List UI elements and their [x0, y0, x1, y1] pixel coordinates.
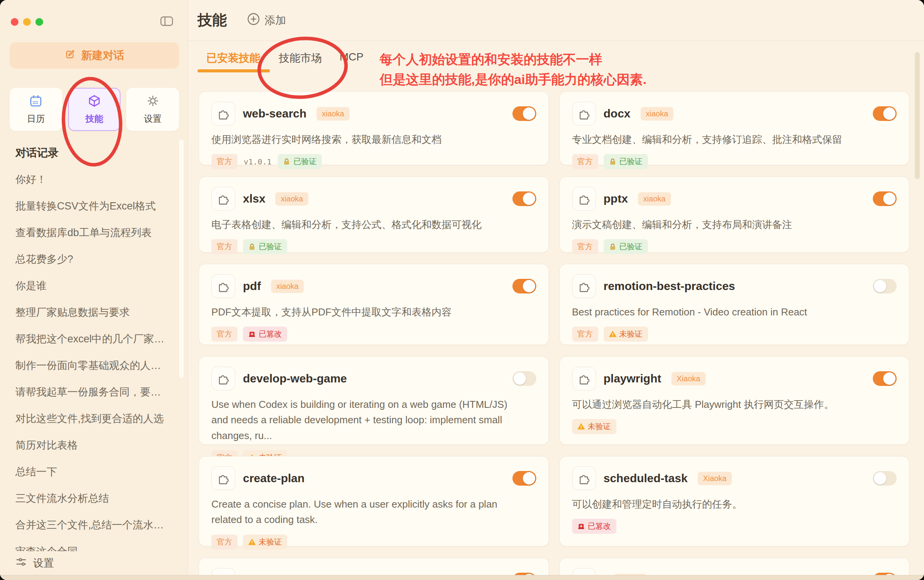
skill-description: Create a concise plan. Use when a user e…: [211, 496, 520, 528]
history-item[interactable]: 批量转换CSV文件为Excel格式: [0, 193, 182, 220]
zoom-window-button[interactable]: [35, 18, 43, 26]
tab-mcp[interactable]: MCP: [340, 51, 363, 63]
history-item[interactable]: 制作一份面向零基础观众的人工智...: [0, 352, 182, 379]
skill-card-playwright[interactable]: playwrightXiaoka可以通过浏览器自动化工具 Playwright …: [559, 356, 910, 445]
puzzle-icon: [572, 187, 596, 211]
brand-badge: xiaoka: [271, 280, 304, 293]
history-item[interactable]: 帮我把这个excel中的几个厂家的...: [0, 326, 182, 352]
history-item[interactable]: 查看数据库db工单与流程列表: [0, 220, 182, 246]
add-skill-button[interactable]: 添加: [247, 13, 286, 28]
history-item[interactable]: 合并这三个文件,总结一个流水分...: [0, 512, 182, 538]
window-bottom-edge: [0, 575, 924, 580]
skill-card-docx[interactable]: docxxiaoka专业文档创建、编辑和分析，支持修订追踪、批注和格式保留官方已…: [559, 91, 910, 165]
skill-card-pptx[interactable]: pptxxiaoka演示文稿创建、编辑和分析，支持布局和演讲备注官方已验证: [559, 176, 910, 253]
lock-icon: [609, 158, 616, 166]
badge-row: 官方已验证: [211, 239, 536, 254]
badge-row: 已篡改: [572, 519, 897, 534]
new-chat-button[interactable]: 新建对话: [10, 42, 179, 69]
tab-installed-skills[interactable]: 已安装技能: [206, 51, 260, 65]
tab-skill-market[interactable]: 技能市场: [279, 51, 322, 65]
badge-label: 已篡改: [588, 521, 611, 531]
lock-icon: [248, 243, 256, 251]
skill-toggle[interactable]: [873, 191, 897, 206]
sidebar-settings-button[interactable]: 设置: [0, 551, 187, 575]
close-window-button[interactable]: [11, 18, 18, 26]
skill-name: pdf: [243, 280, 261, 293]
history-item[interactable]: 三文件流水分析总结: [0, 485, 182, 512]
skill-toggle[interactable]: [873, 106, 897, 121]
toggle-sidebar-icon[interactable]: [160, 15, 174, 27]
badge-label: 官方: [578, 329, 593, 339]
official-badge: 官方: [572, 239, 598, 254]
history-title: 对话记录: [15, 146, 59, 160]
skill-card-remotion-best-practices[interactable]: remotion-best-practicesBest practices fo…: [559, 264, 910, 345]
toggle-knob: [883, 372, 896, 385]
skill-description: 演示文稿创建、编辑和分析，支持布局和演讲备注: [572, 217, 880, 232]
skill-card-pdf[interactable]: pdfxiaokaPDF文本提取，支持从PDF文件中提取文字和表格内容官方已篡改: [199, 264, 549, 345]
badge-row: 官方未验证: [211, 535, 536, 550]
sidebar-item-label: 日历: [27, 113, 45, 125]
badge-label: 未验证: [619, 329, 643, 339]
version-badge: v1.0.1: [243, 155, 272, 169]
brand-badge: Xiaoka: [671, 372, 706, 386]
skill-toggle[interactable]: [512, 471, 536, 486]
toggle-knob: [883, 193, 896, 205]
sidebar-scrollbar[interactable]: [179, 139, 184, 378]
brand-badge: Xiaoka: [698, 472, 732, 485]
history-item[interactable]: 请帮我起草一份服务合同，要求包...: [0, 379, 182, 406]
sidebar-nav: 日历 技能 设置: [10, 88, 179, 131]
minimize-window-button[interactable]: [23, 18, 31, 26]
skill-toggle[interactable]: [512, 106, 536, 121]
skill-name: docx: [604, 107, 631, 120]
skill-description: 电子表格创建、编辑和分析，支持公式、格式化和数据可视化: [211, 217, 520, 232]
page-title: 技能: [198, 10, 227, 30]
badge-label: 未验证: [259, 537, 282, 547]
skill-name: web-search: [243, 107, 306, 120]
beacon-icon: [578, 523, 585, 530]
badge-label: 已验证: [619, 241, 643, 252]
skill-card-create-plan[interactable]: create-planCreate a concise plan. Use wh…: [199, 456, 549, 546]
skill-card-scheduled-task[interactable]: scheduled-taskXiaoka可以创建和管理定时自动执行的任务。已篡改: [559, 456, 910, 546]
toggle-knob: [523, 280, 535, 292]
badge-label: 官方: [217, 156, 232, 167]
skill-toggle[interactable]: [512, 371, 536, 386]
history-item[interactable]: 审查这个合同: [0, 538, 182, 552]
skill-toggle[interactable]: [873, 371, 897, 386]
puzzle-icon: [211, 274, 235, 298]
skill-description: 使用浏览器进行实时网络搜索，获取最新信息和文档: [211, 132, 520, 147]
badge-row: 官方已验证: [572, 239, 897, 254]
sidebar-item-calendar[interactable]: 日历: [10, 88, 62, 131]
skill-description: Best practices for Remotion - Video crea…: [572, 304, 880, 320]
skill-card-xlsx[interactable]: xlsxxiaoka电子表格创建、编辑和分析，支持公式、格式化和数据可视化官方已…: [199, 176, 549, 253]
skill-description: PDF文本提取，支持从PDF文件中提取文字和表格内容: [211, 304, 520, 320]
sidebar-item-skills[interactable]: 技能: [68, 88, 121, 131]
puzzle-icon: [211, 466, 235, 490]
tampered-badge: 已篡改: [572, 519, 616, 534]
history-item[interactable]: 整理厂家贴息数据与要求: [0, 299, 182, 326]
badge-label: 已验证: [293, 156, 316, 167]
skill-card-develop-web-game[interactable]: develop-web-gameUse when Codex is buildi…: [199, 356, 549, 445]
history-item[interactable]: 简历对比表格: [0, 432, 182, 459]
verified-badge: 已验证: [604, 154, 648, 169]
skill-toggle[interactable]: [873, 471, 897, 486]
main-scrollbar[interactable]: [915, 52, 920, 179]
skill-toggle[interactable]: [512, 191, 536, 206]
tampered-badge: 已篡改: [243, 327, 287, 342]
history-item[interactable]: 你是谁: [0, 273, 182, 299]
history-item[interactable]: 总结一下: [0, 459, 182, 485]
official-badge: 官方: [211, 535, 238, 550]
puzzle-icon: [572, 367, 596, 391]
history-item[interactable]: 总花费多少?: [0, 246, 182, 273]
verified-badge: 已验证: [278, 154, 322, 169]
puzzle-icon: [211, 102, 235, 126]
verified-badge: 已验证: [604, 239, 648, 254]
history-item[interactable]: 对比这些文件,找到更合适的人选: [0, 406, 182, 432]
skill-card-web-search[interactable]: web-searchxiaoka使用浏览器进行实时网络搜索，获取最新信息和文档官…: [199, 91, 549, 165]
active-tab-underline: [198, 69, 270, 72]
sidebar-item-label: 设置: [144, 113, 162, 125]
sidebar-item-settings[interactable]: 设置: [126, 88, 179, 131]
skill-toggle[interactable]: [873, 279, 897, 293]
skill-toggle[interactable]: [512, 279, 536, 293]
history-item[interactable]: 你好！: [0, 166, 182, 193]
toggle-knob: [523, 107, 535, 120]
